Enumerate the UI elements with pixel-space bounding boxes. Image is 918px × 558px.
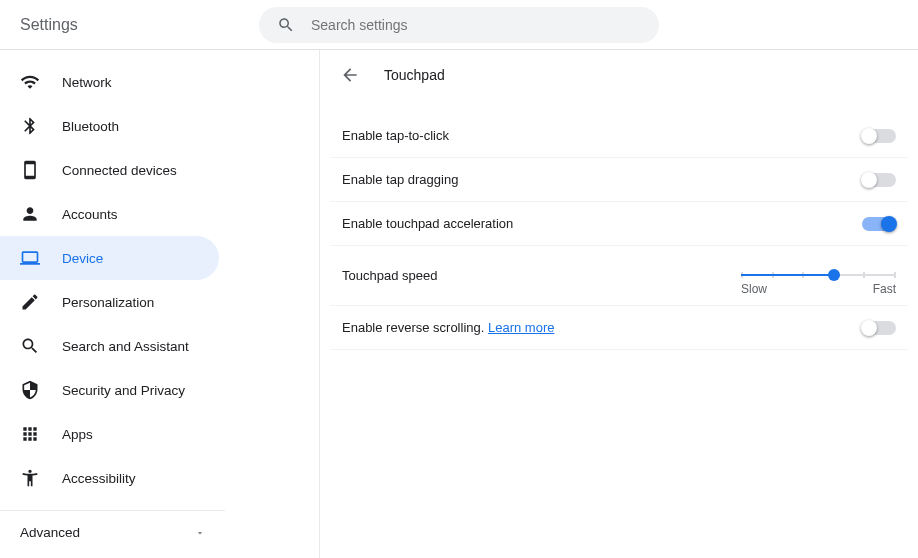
slider-fill xyxy=(741,274,834,276)
setting-label: Touchpad speed xyxy=(342,268,437,283)
sidebar-item-accounts[interactable]: Accounts xyxy=(0,192,219,236)
speed-slider[interactable]: Slow Fast xyxy=(741,256,896,296)
sidebar-item-label: Apps xyxy=(62,427,93,442)
sidebar-item-apps[interactable]: Apps xyxy=(0,412,219,456)
setting-touchpad-speed: Touchpad speed Slow Fast xyxy=(330,246,908,306)
toggle-touchpad-acceleration[interactable] xyxy=(862,217,896,231)
sidebar-item-security-privacy[interactable]: Security and Privacy xyxy=(0,368,219,412)
search-icon xyxy=(20,336,40,356)
bluetooth-icon xyxy=(20,116,40,136)
search-input[interactable] xyxy=(311,17,641,33)
toggle-reverse-scrolling[interactable] xyxy=(862,321,896,335)
advanced-label: Advanced xyxy=(20,525,80,540)
slider-labels: Slow Fast xyxy=(741,282,896,296)
sidebar-item-label: Security and Privacy xyxy=(62,383,185,398)
slider-slow-label: Slow xyxy=(741,282,767,296)
slider-track xyxy=(741,274,896,276)
page-header: Touchpad xyxy=(320,50,918,100)
app-title: Settings xyxy=(20,16,78,34)
search-box[interactable] xyxy=(259,7,659,43)
setting-reverse-scrolling: Enable reverse scrolling. Learn more xyxy=(330,306,908,350)
back-arrow-icon[interactable] xyxy=(340,65,360,85)
wifi-icon xyxy=(20,72,40,92)
search-container xyxy=(259,7,659,43)
apps-icon xyxy=(20,424,40,444)
sidebar-item-accessibility[interactable]: Accessibility xyxy=(0,456,219,500)
edit-icon xyxy=(20,292,40,312)
sidebar-item-connected-devices[interactable]: Connected devices xyxy=(0,148,219,192)
setting-label: Enable tap-to-click xyxy=(342,128,449,143)
device-icon xyxy=(20,160,40,180)
sidebar-item-bluetooth[interactable]: Bluetooth xyxy=(0,104,219,148)
sidebar-item-label: Accounts xyxy=(62,207,118,222)
toggle-tap-dragging[interactable] xyxy=(862,173,896,187)
sidebar: Network Bluetooth Connected devices Acco… xyxy=(0,50,320,558)
sidebar-item-label: Device xyxy=(62,251,103,266)
setting-label: Enable reverse scrolling. Learn more xyxy=(342,320,554,335)
search-icon xyxy=(277,16,295,34)
shield-icon xyxy=(20,380,40,400)
settings-list: Enable tap-to-click Enable tap dragging … xyxy=(320,114,918,350)
chevron-down-icon xyxy=(195,528,205,538)
app-header: Settings xyxy=(0,0,918,50)
sidebar-item-personalization[interactable]: Personalization xyxy=(0,280,219,324)
sidebar-item-search-assistant[interactable]: Search and Assistant xyxy=(0,324,219,368)
setting-touchpad-acceleration: Enable touchpad acceleration xyxy=(330,202,908,246)
sidebar-item-label: Search and Assistant xyxy=(62,339,189,354)
sidebar-item-network[interactable]: Network xyxy=(0,60,219,104)
person-icon xyxy=(20,204,40,224)
page-title: Touchpad xyxy=(384,67,445,83)
laptop-icon xyxy=(20,248,40,268)
sidebar-advanced[interactable]: Advanced xyxy=(0,510,225,554)
sidebar-item-device[interactable]: Device xyxy=(0,236,219,280)
toggle-tap-to-click[interactable] xyxy=(862,129,896,143)
learn-more-link[interactable]: Learn more xyxy=(488,320,554,335)
sidebar-item-label: Bluetooth xyxy=(62,119,119,134)
sidebar-item-label: Network xyxy=(62,75,112,90)
slider-thumb[interactable] xyxy=(828,269,840,281)
main-content: Touchpad Enable tap-to-click Enable tap … xyxy=(320,50,918,558)
setting-label: Enable tap dragging xyxy=(342,172,458,187)
setting-tap-to-click: Enable tap-to-click xyxy=(330,114,908,158)
accessibility-icon xyxy=(20,468,40,488)
setting-label: Enable touchpad acceleration xyxy=(342,216,513,231)
setting-tap-dragging: Enable tap dragging xyxy=(330,158,908,202)
sidebar-item-label: Personalization xyxy=(62,295,154,310)
sidebar-item-label: Connected devices xyxy=(62,163,177,178)
content-area: Network Bluetooth Connected devices Acco… xyxy=(0,50,918,558)
slider-fast-label: Fast xyxy=(873,282,896,296)
sidebar-item-label: Accessibility xyxy=(62,471,136,486)
